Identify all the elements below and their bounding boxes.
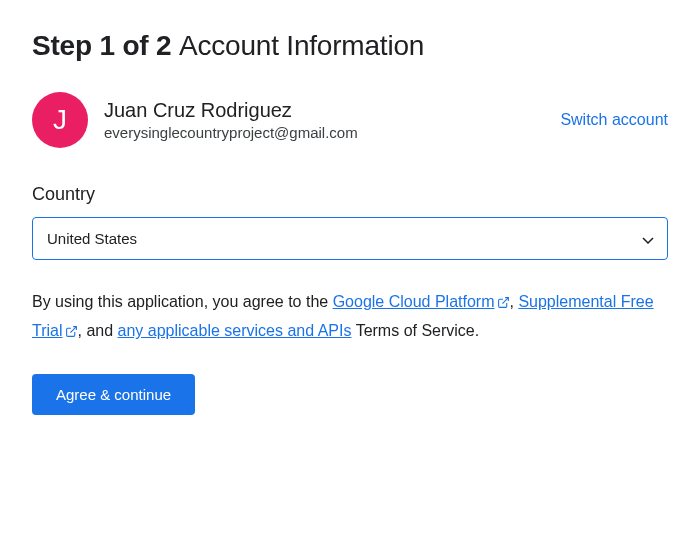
switch-account-link[interactable]: Switch account: [560, 111, 668, 129]
country-select-wrapper: United States: [32, 217, 668, 260]
step-label: Step 1 of 2: [32, 30, 171, 61]
terms-link-gcp[interactable]: Google Cloud Platform: [333, 293, 510, 310]
terms-link-services[interactable]: any applicable services and APIs: [118, 322, 352, 339]
external-link-icon: [65, 319, 78, 346]
avatar-initial: J: [53, 104, 67, 136]
account-section: J Juan Cruz Rodriguez everysinglecountry…: [32, 92, 668, 148]
terms-suffix: Terms of Service.: [351, 322, 479, 339]
account-identity: J Juan Cruz Rodriguez everysinglecountry…: [32, 92, 358, 148]
title-text: Account Information: [179, 30, 424, 61]
account-email: everysinglecountryproject@gmail.com: [104, 124, 358, 141]
account-name: Juan Cruz Rodriguez: [104, 99, 358, 122]
account-info: Juan Cruz Rodriguez everysinglecountrypr…: [104, 99, 358, 141]
country-select[interactable]: United States: [32, 217, 668, 260]
page-title: Step 1 of 2 Account Information: [32, 30, 668, 62]
avatar: J: [32, 92, 88, 148]
terms-text: By using this application, you agree to …: [32, 288, 668, 346]
terms-sep2: , and: [78, 322, 118, 339]
svg-line-0: [502, 298, 508, 304]
svg-line-1: [70, 327, 76, 333]
external-link-icon: [497, 290, 510, 317]
country-label: Country: [32, 184, 668, 205]
agree-continue-button[interactable]: Agree & continue: [32, 374, 195, 415]
terms-prefix: By using this application, you agree to …: [32, 293, 333, 310]
